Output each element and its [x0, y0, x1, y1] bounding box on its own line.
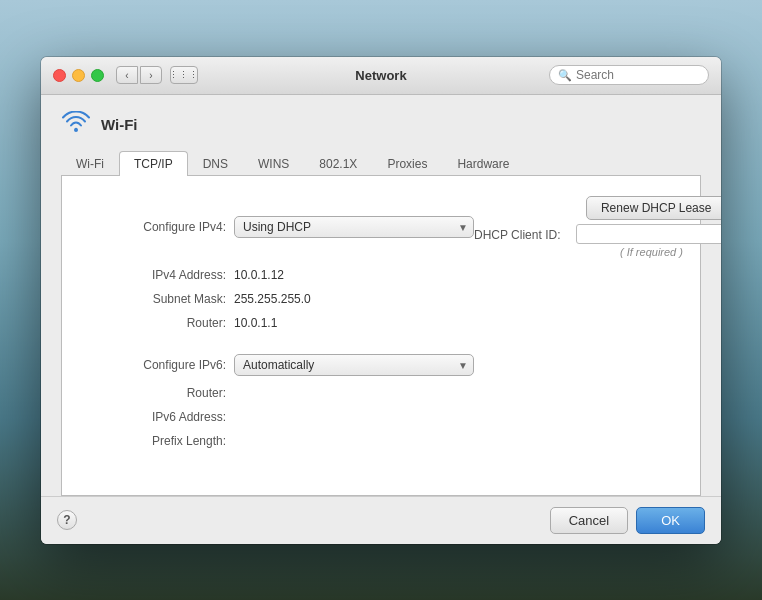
- close-button[interactable]: [53, 69, 66, 82]
- configure-ipv4-select-wrapper: Using DHCP ▼: [234, 216, 474, 238]
- ok-button[interactable]: OK: [636, 507, 705, 534]
- subnet-mask-row: Subnet Mask: 255.255.255.0: [86, 292, 676, 306]
- configure-ipv4-row: Configure IPv4: Using DHCP ▼ Renew DHCP …: [86, 196, 676, 258]
- router-row: Router: 10.0.1.1: [86, 316, 676, 330]
- action-buttons: Cancel OK: [550, 507, 705, 534]
- prefix-length-row: Prefix Length:: [86, 434, 676, 448]
- nav-buttons: ‹ ›: [116, 66, 162, 84]
- ipv6-address-row: IPv6 Address:: [86, 410, 676, 424]
- bottom-bar: ? Cancel OK: [41, 496, 721, 544]
- cancel-button[interactable]: Cancel: [550, 507, 628, 534]
- dhcp-client-section: DHCP Client ID: ( If required ): [474, 224, 721, 258]
- ipv4-address-row: IPv4 Address: 10.0.1.12: [86, 268, 676, 282]
- configure-ipv6-label: Configure IPv6:: [86, 358, 226, 372]
- svg-point-0: [74, 128, 78, 132]
- router-label: Router:: [86, 316, 226, 330]
- network-window: ‹ › ⋮⋮⋮ Network 🔍 Wi-Fi: [41, 57, 721, 544]
- renew-dhcp-button[interactable]: Renew DHCP Lease: [586, 196, 721, 220]
- configure-ipv4-label: Configure IPv4:: [86, 220, 226, 234]
- router6-row: Router:: [86, 386, 676, 400]
- dhcp-client-id-input[interactable]: [576, 224, 721, 244]
- section-title: Wi-Fi: [101, 116, 138, 133]
- section-header: Wi-Fi: [61, 111, 701, 139]
- tab-proxies[interactable]: Proxies: [372, 151, 442, 176]
- tab-wins[interactable]: WINS: [243, 151, 304, 176]
- content-area: Wi-Fi Wi-Fi TCP/IP DNS WINS 802.1X Proxi…: [41, 95, 721, 496]
- tab-wifi[interactable]: Wi-Fi: [61, 151, 119, 176]
- forward-button[interactable]: ›: [140, 66, 162, 84]
- subnet-mask-value: 255.255.255.0: [234, 292, 311, 306]
- window-title: Network: [355, 68, 406, 83]
- configure-ipv6-select-wrapper: Automatically ▼: [234, 354, 474, 376]
- dhcp-client-id-group: ( If required ): [576, 224, 721, 258]
- grid-button[interactable]: ⋮⋮⋮: [170, 66, 198, 84]
- router6-label: Router:: [86, 386, 226, 400]
- ipv6-address-label: IPv6 Address:: [86, 410, 226, 424]
- tab-bar: Wi-Fi TCP/IP DNS WINS 802.1X Proxies Har…: [61, 151, 701, 176]
- configure-ipv6-row: Configure IPv6: Automatically ▼: [86, 354, 676, 376]
- prefix-length-label: Prefix Length:: [86, 434, 226, 448]
- back-button[interactable]: ‹: [116, 66, 138, 84]
- tab-hardware[interactable]: Hardware: [442, 151, 524, 176]
- configure-ipv4-select[interactable]: Using DHCP: [234, 216, 474, 238]
- maximize-button[interactable]: [91, 69, 104, 82]
- tab-tcpip[interactable]: TCP/IP: [119, 151, 188, 176]
- titlebar: ‹ › ⋮⋮⋮ Network 🔍: [41, 57, 721, 95]
- ipv4-address-label: IPv4 Address:: [86, 268, 226, 282]
- search-icon: 🔍: [558, 69, 572, 82]
- dhcp-hint-text: ( If required ): [620, 246, 683, 258]
- tab-dns[interactable]: DNS: [188, 151, 243, 176]
- subnet-mask-label: Subnet Mask:: [86, 292, 226, 306]
- search-input[interactable]: [576, 68, 700, 82]
- dhcp-client-id-label: DHCP Client ID:: [474, 224, 560, 246]
- ipv4-address-value: 10.0.1.12: [234, 268, 284, 282]
- tcpip-panel: Configure IPv4: Using DHCP ▼ Renew DHCP …: [61, 176, 701, 496]
- minimize-button[interactable]: [72, 69, 85, 82]
- help-button[interactable]: ?: [57, 510, 77, 530]
- router-value: 10.0.1.1: [234, 316, 277, 330]
- traffic-lights: [53, 69, 104, 82]
- search-bar[interactable]: 🔍: [549, 65, 709, 85]
- wifi-icon: [61, 111, 91, 139]
- configure-ipv6-select[interactable]: Automatically: [234, 354, 474, 376]
- tab-8021x[interactable]: 802.1X: [304, 151, 372, 176]
